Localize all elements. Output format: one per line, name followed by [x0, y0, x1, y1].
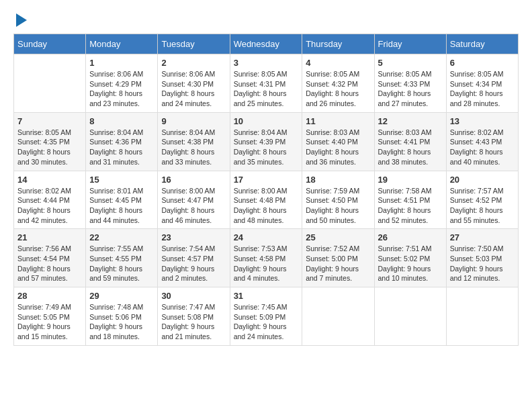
day-info: Sunrise: 8:06 AMSunset: 4:30 PMDaylight:…	[161, 69, 226, 109]
day-of-week-header: Wednesday	[230, 34, 302, 54]
day-number: 11	[306, 116, 370, 126]
day-number: 17	[234, 175, 299, 185]
day-number: 22	[89, 232, 154, 242]
day-info: Sunrise: 7:49 AMSunset: 5:05 PMDaylight:…	[17, 302, 82, 342]
day-info: Sunrise: 8:05 AMSunset: 4:32 PMDaylight:…	[306, 69, 370, 109]
day-info: Sunrise: 8:05 AMSunset: 4:34 PMDaylight:…	[450, 69, 515, 109]
day-info: Sunrise: 7:48 AMSunset: 5:06 PMDaylight:…	[89, 302, 154, 342]
day-number: 24	[234, 232, 299, 242]
calendar-cell: 13Sunrise: 8:02 AMSunset: 4:43 PMDayligh…	[446, 112, 518, 171]
day-number: 9	[161, 116, 226, 126]
page-header	[13, 13, 519, 27]
calendar-cell	[374, 287, 446, 346]
day-number: 27	[450, 232, 515, 242]
day-info: Sunrise: 7:57 AMSunset: 4:52 PMDaylight:…	[450, 186, 515, 226]
day-number: 13	[450, 116, 515, 126]
day-info: Sunrise: 7:59 AMSunset: 4:50 PMDaylight:…	[306, 186, 370, 226]
day-of-week-header: Tuesday	[158, 34, 230, 54]
day-number: 25	[306, 232, 370, 242]
day-number: 21	[17, 232, 82, 242]
logo-arrow-icon	[16, 13, 27, 27]
calendar-cell: 4Sunrise: 8:05 AMSunset: 4:32 PMDaylight…	[302, 54, 374, 113]
day-info: Sunrise: 7:54 AMSunset: 4:57 PMDaylight:…	[161, 244, 226, 283]
calendar-week-row: 7Sunrise: 8:05 AMSunset: 4:35 PMDaylight…	[14, 112, 519, 171]
calendar-cell: 29Sunrise: 7:48 AMSunset: 5:06 PMDayligh…	[86, 287, 158, 346]
day-info: Sunrise: 7:58 AMSunset: 4:51 PMDaylight:…	[378, 186, 443, 226]
day-number: 1	[89, 58, 154, 68]
calendar-cell: 21Sunrise: 7:56 AMSunset: 4:54 PMDayligh…	[14, 229, 86, 287]
day-info: Sunrise: 8:06 AMSunset: 4:29 PMDaylight:…	[89, 69, 154, 109]
calendar-cell: 24Sunrise: 7:53 AMSunset: 4:58 PMDayligh…	[230, 229, 302, 287]
calendar-cell: 5Sunrise: 8:05 AMSunset: 4:33 PMDaylight…	[374, 54, 446, 113]
day-number: 2	[161, 58, 226, 68]
day-number: 3	[234, 58, 299, 68]
day-info: Sunrise: 8:05 AMSunset: 4:31 PMDaylight:…	[234, 69, 299, 109]
calendar-table: SundayMondayTuesdayWednesdayThursdayFrid…	[13, 34, 519, 346]
calendar-cell: 22Sunrise: 7:55 AMSunset: 4:55 PMDayligh…	[86, 229, 158, 287]
day-number: 29	[89, 291, 154, 301]
day-info: Sunrise: 7:51 AMSunset: 5:02 PMDaylight:…	[378, 244, 443, 283]
calendar-cell: 1Sunrise: 8:06 AMSunset: 4:29 PMDaylight…	[86, 54, 158, 113]
calendar-cell: 14Sunrise: 8:02 AMSunset: 4:44 PMDayligh…	[14, 171, 86, 229]
day-number: 23	[161, 232, 226, 242]
day-of-week-header: Monday	[86, 34, 158, 54]
calendar-cell: 28Sunrise: 7:49 AMSunset: 5:05 PMDayligh…	[14, 287, 86, 346]
day-number: 10	[234, 116, 299, 126]
calendar-cell	[302, 287, 374, 346]
calendar-week-row: 28Sunrise: 7:49 AMSunset: 5:05 PMDayligh…	[14, 287, 519, 346]
day-number: 19	[378, 175, 443, 185]
day-info: Sunrise: 8:04 AMSunset: 4:36 PMDaylight:…	[89, 128, 154, 167]
calendar-cell: 8Sunrise: 8:04 AMSunset: 4:36 PMDaylight…	[86, 112, 158, 171]
day-info: Sunrise: 7:45 AMSunset: 5:09 PMDaylight:…	[234, 302, 299, 342]
day-of-week-header: Saturday	[446, 34, 518, 54]
calendar-cell: 19Sunrise: 7:58 AMSunset: 4:51 PMDayligh…	[374, 171, 446, 229]
day-info: Sunrise: 8:00 AMSunset: 4:48 PMDaylight:…	[234, 186, 299, 226]
day-number: 15	[89, 175, 154, 185]
calendar-cell: 9Sunrise: 8:04 AMSunset: 4:38 PMDaylight…	[158, 112, 230, 171]
day-number: 31	[234, 291, 299, 301]
day-info: Sunrise: 8:05 AMSunset: 4:35 PMDaylight:…	[17, 128, 82, 167]
calendar-cell: 15Sunrise: 8:01 AMSunset: 4:45 PMDayligh…	[86, 171, 158, 229]
calendar-cell: 17Sunrise: 8:00 AMSunset: 4:48 PMDayligh…	[230, 171, 302, 229]
day-info: Sunrise: 7:53 AMSunset: 4:58 PMDaylight:…	[234, 244, 299, 283]
day-number: 7	[17, 116, 82, 126]
logo	[13, 13, 27, 27]
day-number: 8	[89, 116, 154, 126]
calendar-cell: 16Sunrise: 8:00 AMSunset: 4:47 PMDayligh…	[158, 171, 230, 229]
day-info: Sunrise: 7:50 AMSunset: 5:03 PMDaylight:…	[450, 244, 515, 283]
day-number: 6	[450, 58, 515, 68]
day-of-week-header: Thursday	[302, 34, 374, 54]
calendar-cell: 11Sunrise: 8:03 AMSunset: 4:40 PMDayligh…	[302, 112, 374, 171]
day-info: Sunrise: 8:03 AMSunset: 4:40 PMDaylight:…	[306, 128, 370, 167]
day-number: 28	[17, 291, 82, 301]
calendar-cell: 25Sunrise: 7:52 AMSunset: 5:00 PMDayligh…	[302, 229, 374, 287]
day-info: Sunrise: 7:56 AMSunset: 4:54 PMDaylight:…	[17, 244, 82, 283]
calendar-cell: 31Sunrise: 7:45 AMSunset: 5:09 PMDayligh…	[230, 287, 302, 346]
day-number: 30	[161, 291, 226, 301]
day-info: Sunrise: 8:04 AMSunset: 4:38 PMDaylight:…	[161, 128, 226, 167]
day-number: 4	[306, 58, 370, 68]
calendar-cell: 18Sunrise: 7:59 AMSunset: 4:50 PMDayligh…	[302, 171, 374, 229]
day-number: 18	[306, 175, 370, 185]
day-of-week-header: Friday	[374, 34, 446, 54]
day-of-week-header: Sunday	[14, 34, 86, 54]
day-info: Sunrise: 7:55 AMSunset: 4:55 PMDaylight:…	[89, 244, 154, 283]
calendar-week-row: 14Sunrise: 8:02 AMSunset: 4:44 PMDayligh…	[14, 171, 519, 229]
calendar-cell: 30Sunrise: 7:47 AMSunset: 5:08 PMDayligh…	[158, 287, 230, 346]
day-number: 26	[378, 232, 443, 242]
day-number: 5	[378, 58, 443, 68]
calendar-cell: 10Sunrise: 8:04 AMSunset: 4:39 PMDayligh…	[230, 112, 302, 171]
day-info: Sunrise: 8:00 AMSunset: 4:47 PMDaylight:…	[161, 186, 226, 226]
calendar-cell: 2Sunrise: 8:06 AMSunset: 4:30 PMDaylight…	[158, 54, 230, 113]
calendar-week-row: 1Sunrise: 8:06 AMSunset: 4:29 PMDaylight…	[14, 54, 519, 113]
calendar-cell	[14, 54, 86, 113]
calendar-header-row: SundayMondayTuesdayWednesdayThursdayFrid…	[14, 34, 519, 54]
day-info: Sunrise: 7:47 AMSunset: 5:08 PMDaylight:…	[161, 302, 226, 342]
day-number: 20	[450, 175, 515, 185]
calendar-cell: 27Sunrise: 7:50 AMSunset: 5:03 PMDayligh…	[446, 229, 518, 287]
calendar-cell: 23Sunrise: 7:54 AMSunset: 4:57 PMDayligh…	[158, 229, 230, 287]
day-info: Sunrise: 8:03 AMSunset: 4:41 PMDaylight:…	[378, 128, 443, 167]
calendar-cell: 26Sunrise: 7:51 AMSunset: 5:02 PMDayligh…	[374, 229, 446, 287]
calendar-cell: 12Sunrise: 8:03 AMSunset: 4:41 PMDayligh…	[374, 112, 446, 171]
day-info: Sunrise: 8:02 AMSunset: 4:43 PMDaylight:…	[450, 128, 515, 167]
